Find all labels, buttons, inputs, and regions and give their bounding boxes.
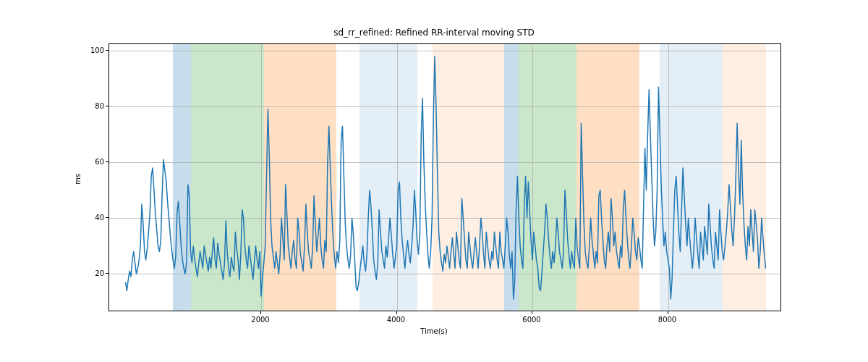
x-axis-label: Time(s) bbox=[0, 327, 868, 335]
y-tick-label: 60 bbox=[88, 158, 104, 166]
y-tick-label: 40 bbox=[88, 214, 104, 222]
chart-title: sd_rr_refined: Refined RR-interval movin… bbox=[0, 28, 868, 38]
x-tick-label: 8000 bbox=[658, 316, 676, 324]
x-tick-label: 4000 bbox=[387, 316, 405, 324]
figure: sd_rr_refined: Refined RR-interval movin… bbox=[0, 0, 868, 362]
y-tick-label: 100 bbox=[88, 46, 104, 54]
data-line bbox=[109, 44, 782, 312]
chart-axes bbox=[109, 43, 781, 311]
y-tick-label: 80 bbox=[88, 102, 104, 110]
x-tick-label: 2000 bbox=[251, 316, 269, 324]
y-axis-label: ms bbox=[74, 174, 82, 185]
x-tick-label: 6000 bbox=[522, 316, 540, 324]
y-tick-label: 20 bbox=[88, 269, 104, 277]
series-line bbox=[126, 56, 766, 299]
